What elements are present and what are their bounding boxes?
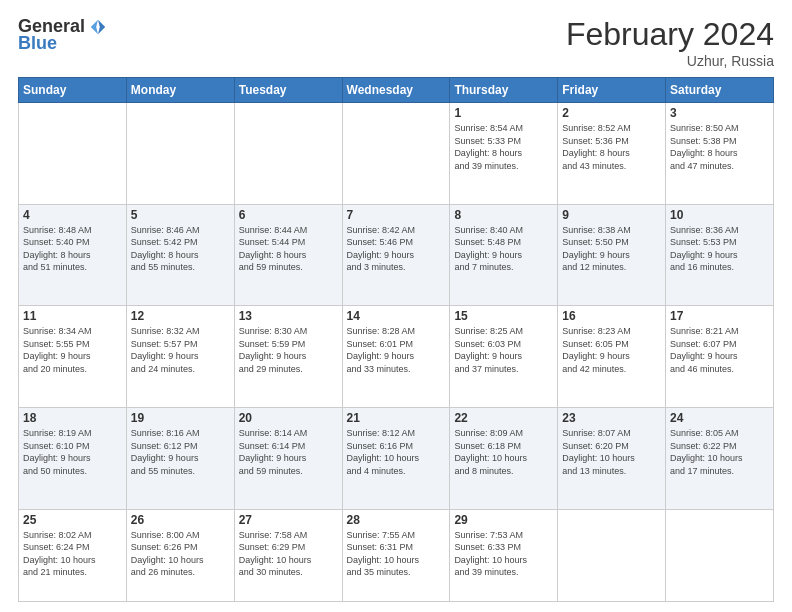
day-number: 2 [562,106,661,120]
day-info: Sunrise: 8:07 AM Sunset: 6:20 PM Dayligh… [562,427,661,477]
day-number: 5 [131,208,230,222]
calendar-cell [19,103,127,205]
calendar-header-wednesday: Wednesday [342,78,450,103]
day-number: 29 [454,513,553,527]
calendar-cell: 18Sunrise: 8:19 AM Sunset: 6:10 PM Dayli… [19,407,127,509]
calendar-cell: 26Sunrise: 8:00 AM Sunset: 6:26 PM Dayli… [126,509,234,601]
calendar-cell: 16Sunrise: 8:23 AM Sunset: 6:05 PM Dayli… [558,306,666,408]
svg-marker-0 [98,19,105,33]
day-number: 7 [347,208,446,222]
day-number: 15 [454,309,553,323]
calendar-week-row: 18Sunrise: 8:19 AM Sunset: 6:10 PM Dayli… [19,407,774,509]
day-info: Sunrise: 8:36 AM Sunset: 5:53 PM Dayligh… [670,224,769,274]
day-info: Sunrise: 8:28 AM Sunset: 6:01 PM Dayligh… [347,325,446,375]
day-number: 24 [670,411,769,425]
calendar-cell: 1Sunrise: 8:54 AM Sunset: 5:33 PM Daylig… [450,103,558,205]
calendar-cell [666,509,774,601]
day-info: Sunrise: 8:25 AM Sunset: 6:03 PM Dayligh… [454,325,553,375]
title-block: February 2024 Uzhur, Russia [566,16,774,69]
calendar-cell: 21Sunrise: 8:12 AM Sunset: 6:16 PM Dayli… [342,407,450,509]
logo: General Blue [18,16,107,54]
day-info: Sunrise: 8:00 AM Sunset: 6:26 PM Dayligh… [131,529,230,579]
calendar-cell: 19Sunrise: 8:16 AM Sunset: 6:12 PM Dayli… [126,407,234,509]
day-number: 14 [347,309,446,323]
day-info: Sunrise: 8:21 AM Sunset: 6:07 PM Dayligh… [670,325,769,375]
calendar-cell [234,103,342,205]
calendar-cell [342,103,450,205]
day-info: Sunrise: 8:34 AM Sunset: 5:55 PM Dayligh… [23,325,122,375]
logo-icon [89,18,107,36]
day-info: Sunrise: 8:02 AM Sunset: 6:24 PM Dayligh… [23,529,122,579]
calendar-cell: 28Sunrise: 7:55 AM Sunset: 6:31 PM Dayli… [342,509,450,601]
calendar-table: SundayMondayTuesdayWednesdayThursdayFrid… [18,77,774,602]
page: General Blue February 2024 Uzhur, Russia… [0,0,792,612]
day-info: Sunrise: 8:05 AM Sunset: 6:22 PM Dayligh… [670,427,769,477]
calendar-cell: 22Sunrise: 8:09 AM Sunset: 6:18 PM Dayli… [450,407,558,509]
day-info: Sunrise: 8:12 AM Sunset: 6:16 PM Dayligh… [347,427,446,477]
calendar-header-monday: Monday [126,78,234,103]
day-info: Sunrise: 8:50 AM Sunset: 5:38 PM Dayligh… [670,122,769,172]
calendar-header-saturday: Saturday [666,78,774,103]
day-number: 28 [347,513,446,527]
day-number: 9 [562,208,661,222]
day-info: Sunrise: 8:46 AM Sunset: 5:42 PM Dayligh… [131,224,230,274]
calendar-cell: 5Sunrise: 8:46 AM Sunset: 5:42 PM Daylig… [126,204,234,306]
day-number: 13 [239,309,338,323]
day-info: Sunrise: 8:23 AM Sunset: 6:05 PM Dayligh… [562,325,661,375]
day-number: 4 [23,208,122,222]
day-number: 20 [239,411,338,425]
day-info: Sunrise: 8:19 AM Sunset: 6:10 PM Dayligh… [23,427,122,477]
day-info: Sunrise: 8:30 AM Sunset: 5:59 PM Dayligh… [239,325,338,375]
calendar-cell: 14Sunrise: 8:28 AM Sunset: 6:01 PM Dayli… [342,306,450,408]
day-info: Sunrise: 8:54 AM Sunset: 5:33 PM Dayligh… [454,122,553,172]
day-number: 27 [239,513,338,527]
calendar-cell: 8Sunrise: 8:40 AM Sunset: 5:48 PM Daylig… [450,204,558,306]
day-info: Sunrise: 8:09 AM Sunset: 6:18 PM Dayligh… [454,427,553,477]
calendar-cell: 25Sunrise: 8:02 AM Sunset: 6:24 PM Dayli… [19,509,127,601]
day-info: Sunrise: 8:44 AM Sunset: 5:44 PM Dayligh… [239,224,338,274]
day-info: Sunrise: 8:40 AM Sunset: 5:48 PM Dayligh… [454,224,553,274]
day-info: Sunrise: 8:42 AM Sunset: 5:46 PM Dayligh… [347,224,446,274]
calendar-header-sunday: Sunday [19,78,127,103]
calendar-week-row: 4Sunrise: 8:48 AM Sunset: 5:40 PM Daylig… [19,204,774,306]
day-number: 6 [239,208,338,222]
calendar-cell: 12Sunrise: 8:32 AM Sunset: 5:57 PM Dayli… [126,306,234,408]
calendar-cell [558,509,666,601]
calendar-header-tuesday: Tuesday [234,78,342,103]
calendar-cell: 27Sunrise: 7:58 AM Sunset: 6:29 PM Dayli… [234,509,342,601]
day-number: 10 [670,208,769,222]
calendar-header-friday: Friday [558,78,666,103]
day-info: Sunrise: 8:32 AM Sunset: 5:57 PM Dayligh… [131,325,230,375]
calendar-cell: 29Sunrise: 7:53 AM Sunset: 6:33 PM Dayli… [450,509,558,601]
day-number: 16 [562,309,661,323]
day-info: Sunrise: 8:14 AM Sunset: 6:14 PM Dayligh… [239,427,338,477]
day-number: 8 [454,208,553,222]
calendar-cell: 10Sunrise: 8:36 AM Sunset: 5:53 PM Dayli… [666,204,774,306]
day-number: 11 [23,309,122,323]
calendar-cell: 23Sunrise: 8:07 AM Sunset: 6:20 PM Dayli… [558,407,666,509]
day-info: Sunrise: 7:53 AM Sunset: 6:33 PM Dayligh… [454,529,553,579]
calendar-header-thursday: Thursday [450,78,558,103]
day-number: 26 [131,513,230,527]
title-location: Uzhur, Russia [566,53,774,69]
day-number: 19 [131,411,230,425]
day-number: 18 [23,411,122,425]
day-info: Sunrise: 8:48 AM Sunset: 5:40 PM Dayligh… [23,224,122,274]
svg-marker-1 [91,19,98,33]
calendar-cell: 20Sunrise: 8:14 AM Sunset: 6:14 PM Dayli… [234,407,342,509]
calendar-cell: 17Sunrise: 8:21 AM Sunset: 6:07 PM Dayli… [666,306,774,408]
calendar-week-row: 25Sunrise: 8:02 AM Sunset: 6:24 PM Dayli… [19,509,774,601]
day-number: 25 [23,513,122,527]
title-month: February 2024 [566,16,774,53]
day-info: Sunrise: 7:58 AM Sunset: 6:29 PM Dayligh… [239,529,338,579]
day-number: 22 [454,411,553,425]
calendar-header-row: SundayMondayTuesdayWednesdayThursdayFrid… [19,78,774,103]
calendar-cell: 6Sunrise: 8:44 AM Sunset: 5:44 PM Daylig… [234,204,342,306]
day-info: Sunrise: 8:52 AM Sunset: 5:36 PM Dayligh… [562,122,661,172]
day-info: Sunrise: 8:38 AM Sunset: 5:50 PM Dayligh… [562,224,661,274]
day-number: 1 [454,106,553,120]
calendar-cell: 2Sunrise: 8:52 AM Sunset: 5:36 PM Daylig… [558,103,666,205]
day-number: 3 [670,106,769,120]
calendar-cell: 24Sunrise: 8:05 AM Sunset: 6:22 PM Dayli… [666,407,774,509]
calendar-cell: 15Sunrise: 8:25 AM Sunset: 6:03 PM Dayli… [450,306,558,408]
